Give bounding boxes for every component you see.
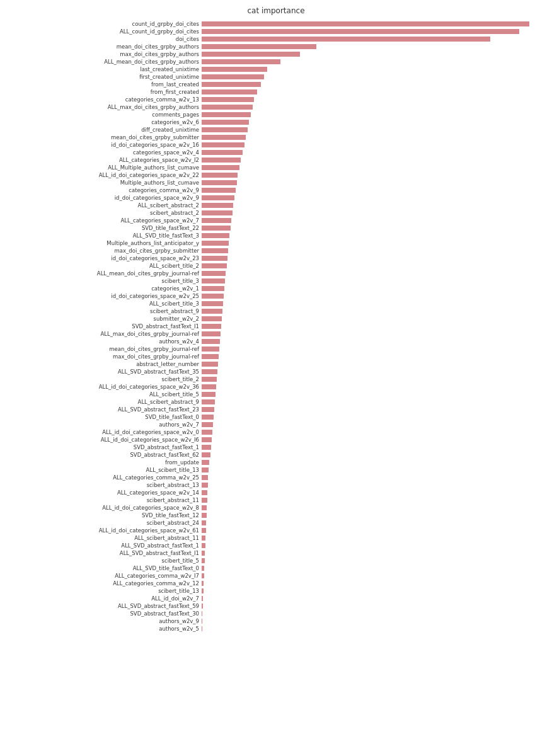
- bar: [202, 241, 229, 246]
- bar-area: [202, 89, 546, 94]
- chart-row: from_last_created: [6, 81, 546, 88]
- bar: [202, 29, 519, 34]
- chart-row: scibert_abstract_9: [6, 307, 546, 314]
- bar: [202, 158, 241, 163]
- bar: [202, 180, 237, 185]
- bar: [202, 437, 212, 442]
- bar: [202, 82, 261, 87]
- bar: [202, 460, 209, 465]
- row-label: from_update: [6, 459, 202, 466]
- bar-area: [202, 241, 546, 246]
- row-label: authors_w2v_7: [6, 421, 202, 428]
- bar-area: [202, 430, 546, 435]
- bar: [202, 203, 233, 208]
- bar-area: [202, 505, 546, 510]
- bar: [202, 490, 207, 495]
- row-label: ALL_Multiple_authors_list_cumave: [6, 164, 202, 171]
- chart-row: categories_w2v_6: [6, 118, 546, 125]
- bar-area: [202, 611, 546, 616]
- bar-area: [202, 543, 546, 548]
- bar-area: [202, 59, 546, 64]
- bar-area: [202, 286, 546, 291]
- row-label: ALL_id_doi_categories_space_w2v_22: [6, 172, 202, 178]
- row-label: scibert_abstract_24: [6, 520, 202, 526]
- bar-area: [202, 278, 546, 284]
- bar: [202, 505, 207, 510]
- chart-row: SVD_title_fastText_22: [6, 224, 546, 231]
- chart-row: categories_space_w2v_4: [6, 149, 546, 156]
- row-label: SVD_title_fastText_12: [6, 512, 202, 518]
- row-label: ALL_id_doi_categories_space_w2v_36: [6, 384, 202, 390]
- row-label: ALL_mean_doi_cites_grpby_journal-ref: [6, 270, 202, 277]
- bar: [202, 422, 213, 427]
- chart-row: scibert_abstract_24: [6, 519, 546, 526]
- bar-area: [202, 467, 546, 472]
- row-label: ALL_scibert_title_3: [6, 301, 202, 307]
- row-label: SVD_abstract_fastText_I1: [6, 323, 202, 329]
- row-label: id_doi_categories_space_w2v_9: [6, 195, 202, 201]
- bar-area: [202, 460, 546, 465]
- bar-area: [202, 37, 546, 42]
- row-label: ALL_max_doi_cites_grpby_journal-ref: [6, 331, 202, 337]
- chart-row: comments_pages: [6, 111, 546, 118]
- chart-row: ALL_id_doi_categories_space_w2v_0: [6, 428, 546, 435]
- bar: [202, 105, 253, 110]
- row-label: authors_w2v_5: [6, 626, 202, 632]
- bar-area: [202, 271, 546, 276]
- bar: [202, 74, 264, 79]
- bar: [202, 309, 222, 314]
- row-label: abstract_letter_number: [6, 361, 202, 367]
- chart-row: authors_w2v_9: [6, 617, 546, 624]
- row-label: id_doi_categories_space_w2v_25: [6, 293, 202, 299]
- bar: [202, 188, 236, 193]
- bar-area: [202, 475, 546, 480]
- chart-row: ALL_mean_doi_cites_grpby_journal-ref: [6, 270, 546, 277]
- bar-area: [202, 82, 546, 87]
- bar-area: [202, 581, 546, 586]
- bar: [202, 59, 280, 64]
- row-label: Multiple_authors_list_cumave: [6, 180, 202, 186]
- bar-area: [202, 127, 546, 132]
- bar-area: [202, 520, 546, 525]
- chart-row: count_id_grpby_doi_cites: [6, 20, 546, 27]
- chart-container: cat importance count_id_grpby_doi_citesA…: [0, 0, 552, 639]
- chart-row: max_doi_cites_grpby_authors: [6, 50, 546, 57]
- bar: [202, 286, 224, 291]
- chart-row: Multiple_authors_list_anticipator_y: [6, 239, 546, 246]
- bar-area: [202, 339, 546, 344]
- bar: [202, 626, 202, 631]
- chart-row: ALL_id_doi_categories_space_w2v_36: [6, 383, 546, 390]
- row-label: authors_w2v_9: [6, 618, 202, 624]
- bar: [202, 566, 204, 571]
- row-label: first_created_unixtime: [6, 74, 202, 80]
- row-label: scibert_title_13: [6, 588, 202, 594]
- bar-area: [202, 490, 546, 495]
- chart-row: categories_comma_w2v_9: [6, 186, 546, 193]
- chart-row: ALL_scibert_abstract_9: [6, 398, 546, 405]
- row-label: ALL_count_id_grpby_doi_cites: [6, 28, 202, 35]
- bar: [202, 135, 246, 140]
- bar-area: [202, 294, 546, 299]
- bar-area: [202, 513, 546, 518]
- bar-area: [202, 626, 546, 631]
- row-label: categories_comma_w2v_9: [6, 187, 202, 193]
- bar-area: [202, 399, 546, 404]
- bar-area: [202, 29, 546, 34]
- bar: [202, 278, 225, 284]
- chart-row: ALL_SVD_abstract_fastText_35: [6, 368, 546, 375]
- chart-row: ALL_max_doi_cites_grpby_authors: [6, 103, 546, 110]
- bar-area: [202, 188, 546, 193]
- chart-row: ALL_Multiple_authors_list_cumave: [6, 164, 546, 171]
- chart-row: max_doi_cites_grpby_journal-ref: [6, 353, 546, 360]
- row-label: SVD_title_fastText_22: [6, 225, 202, 231]
- bar-area: [202, 135, 546, 140]
- bar: [202, 384, 216, 389]
- row-label: ALL_id_doi_categories_space_w2v_I6: [6, 437, 202, 443]
- bar-area: [202, 596, 546, 601]
- bar-area: [202, 195, 546, 200]
- bar-area: [202, 422, 546, 427]
- bar-area: [202, 52, 546, 57]
- chart-row: SVD_abstract_fastText_30: [6, 610, 546, 617]
- chart-row: first_created_unixtime: [6, 73, 546, 80]
- bar-area: [202, 354, 546, 359]
